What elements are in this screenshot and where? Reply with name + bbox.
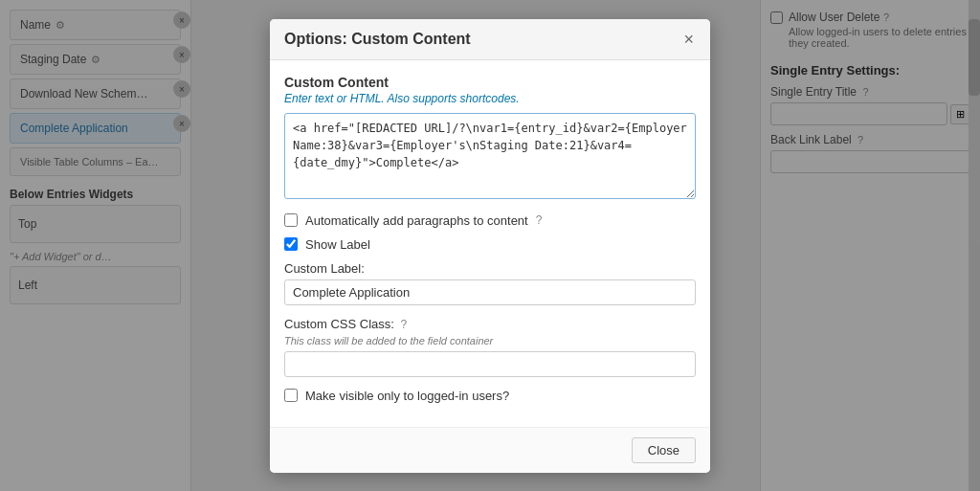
visible-logged-in-checkbox[interactable]: [284, 389, 298, 402]
custom-content-textarea[interactable]: <a href="<span class='code-highlight-red…: [284, 113, 696, 199]
custom-css-hint: This class will be added to the field co…: [284, 335, 696, 346]
visible-logged-in-label: Make visible only to logged-in users?: [305, 389, 509, 403]
custom-label-group: Custom Label:: [284, 261, 696, 305]
custom-content-title: Custom Content: [284, 75, 696, 90]
modal-footer: Close: [270, 427, 710, 473]
show-label-label: Show Label: [305, 237, 370, 252]
options-modal: Options: Custom Content × Custom Content…: [270, 19, 710, 473]
modal-body: Custom Content Enter text or HTML. Also …: [270, 60, 710, 427]
show-label-row: Show Label: [284, 237, 696, 252]
custom-css-field-label: Custom CSS Class: ?: [284, 317, 696, 331]
show-label-checkbox[interactable]: [284, 237, 298, 251]
custom-css-help-icon[interactable]: ?: [401, 318, 408, 331]
code-textarea-wrapper: <a href="<span class='code-highlight-red…: [284, 113, 696, 202]
custom-label-input[interactable]: [284, 279, 696, 305]
custom-content-section: Custom Content Enter text or HTML. Also …: [284, 75, 696, 202]
custom-css-input[interactable]: [284, 351, 696, 377]
modal-overlay: Options: Custom Content × Custom Content…: [0, 0, 980, 491]
custom-label-field-label: Custom Label:: [284, 261, 696, 276]
custom-content-subtitle: Enter text or HTML. Also supports shortc…: [284, 92, 696, 105]
close-button[interactable]: Close: [632, 437, 696, 463]
modal-title: Options: Custom Content: [284, 31, 471, 48]
auto-paragraphs-checkbox[interactable]: [284, 213, 298, 227]
modal-header: Options: Custom Content ×: [270, 19, 710, 60]
auto-paragraphs-label: Automatically add paragraphs to content: [305, 213, 528, 228]
auto-paragraphs-help-icon[interactable]: ?: [536, 213, 543, 227]
modal-close-button[interactable]: ×: [681, 31, 696, 48]
auto-paragraphs-row: Automatically add paragraphs to content …: [284, 213, 696, 228]
visible-logged-in-row: Make visible only to logged-in users?: [284, 389, 696, 403]
custom-css-group: Custom CSS Class: ? This class will be a…: [284, 317, 696, 377]
